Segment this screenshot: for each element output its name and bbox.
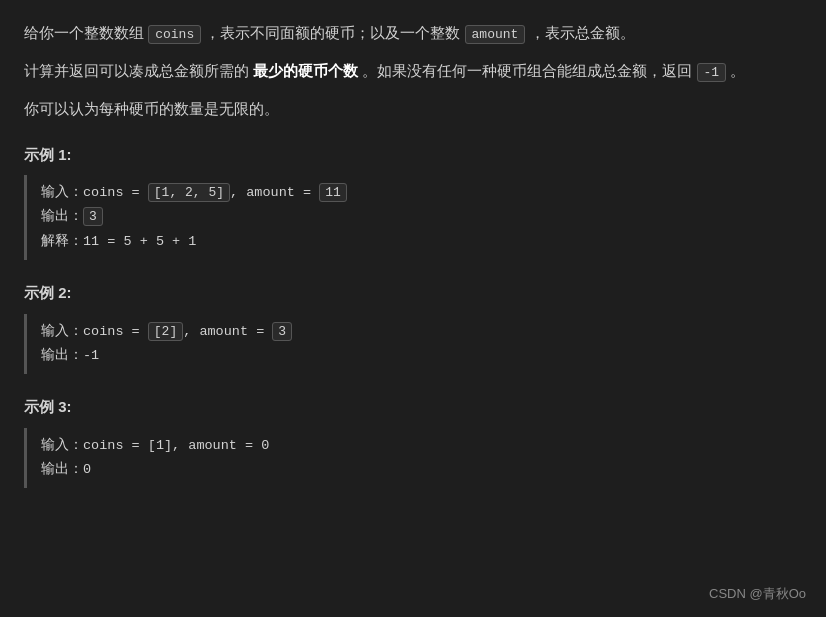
example-2-line-1: 输入：coins = [2], amount = 3 <box>41 320 788 344</box>
input-label-2: 输入： <box>41 324 83 339</box>
explanation-value-1: 11 = 5 + 5 + 1 <box>83 234 196 249</box>
explanation-label-1: 解释： <box>41 234 83 249</box>
coins-label-3: coins = [1], amount = 0 <box>83 438 269 453</box>
amount-inline-code: amount <box>465 25 526 44</box>
example-1-line-2: 输出：3 <box>41 205 788 229</box>
amount-value-2: 3 <box>272 322 292 341</box>
p2-pre-text: 计算并返回可以凑成总金额所需的 <box>24 62 253 79</box>
amount-value-1: 11 <box>319 183 347 202</box>
p2-post-text: 。如果没有任何一种硬币组合能组成总金额，返回 <box>358 62 696 79</box>
output-value-3: 0 <box>83 462 91 477</box>
example-3-title: 示例 3: <box>24 394 802 420</box>
coins-label-2: coins = <box>83 324 148 339</box>
paragraph-2: 计算并返回可以凑成总金额所需的 最少的硬币个数 。如果没有任何一种硬币组合能组成… <box>24 58 802 84</box>
p2-end-text: 。 <box>726 62 745 79</box>
p1-post-text: ，表示总金额。 <box>525 24 634 41</box>
coins-inline-code: coins <box>148 25 201 44</box>
output-label-3: 输出： <box>41 462 83 477</box>
output-label-2: 输出： <box>41 348 83 363</box>
p1-mid-text: ，表示不同面额的硬币；以及一个整数 <box>201 24 464 41</box>
example-1-block: 输入：coins = [1, 2, 5], amount = 11 输出：3 解… <box>24 175 802 260</box>
example-1-line-1: 输入：coins = [1, 2, 5], amount = 11 <box>41 181 788 205</box>
output-value-1: 3 <box>83 207 103 226</box>
input-label-3: 输入： <box>41 438 83 453</box>
example-3-block: 输入：coins = [1], amount = 0 输出：0 <box>24 428 802 489</box>
neg1-inline-code: -1 <box>697 63 727 82</box>
amount-label-2: , amount = <box>183 324 272 339</box>
coins-label-1: coins = <box>83 185 148 200</box>
example-3-line-1: 输入：coins = [1], amount = 0 <box>41 434 788 458</box>
coins-value-1: [1, 2, 5] <box>148 183 230 202</box>
example-2-line-2: 输出：-1 <box>41 344 788 368</box>
example-1-line-3: 解释：11 = 5 + 5 + 1 <box>41 230 788 254</box>
example-1-title: 示例 1: <box>24 142 802 168</box>
footer-text: CSDN @青秋Oo <box>709 583 806 605</box>
output-label-1: 输出： <box>41 209 83 224</box>
paragraph-3: 你可以认为每种硬币的数量是无限的。 <box>24 96 802 122</box>
p1-pre-text: 给你一个整数数组 <box>24 24 148 41</box>
example-2-block: 输入：coins = [2], amount = 3 输出：-1 <box>24 314 802 375</box>
output-value-2: -1 <box>83 348 99 363</box>
paragraph-1: 给你一个整数数组 coins ，表示不同面额的硬币；以及一个整数 amount … <box>24 20 802 46</box>
example-2-title: 示例 2: <box>24 280 802 306</box>
input-label-1: 输入： <box>41 185 83 200</box>
p2-bold-text: 最少的硬币个数 <box>253 62 358 79</box>
amount-label-1: , amount = <box>230 185 319 200</box>
coins-value-2: [2] <box>148 322 183 341</box>
example-3-line-2: 输出：0 <box>41 458 788 482</box>
